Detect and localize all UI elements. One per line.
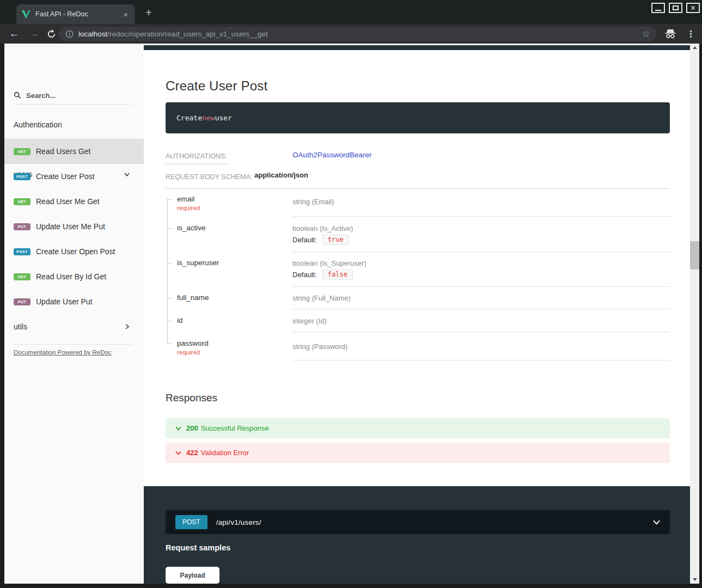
method-badge-get: GET	[14, 273, 30, 280]
reload-button[interactable]	[44, 24, 59, 44]
sidebar-op-create-user-post[interactable]: POST Create User Post	[4, 164, 144, 189]
default-value-chip: true	[322, 235, 349, 245]
previous-section-panel-edge	[144, 45, 690, 50]
request-body-schema-label: REQUEST BODY SCHEMA:	[166, 173, 252, 181]
method-badge-put: PUT	[14, 298, 30, 305]
window-close-button[interactable]: ×	[686, 3, 700, 13]
window-minimize-button[interactable]	[651, 3, 665, 13]
minimize-icon	[655, 10, 661, 11]
authorizations-link[interactable]: OAuth2PasswordBearer	[292, 151, 372, 159]
scrollbar-thumb[interactable]	[690, 241, 699, 270]
method-badge-post: POST	[14, 248, 30, 255]
method-badge-put: PUT	[14, 223, 30, 230]
browser-titlebar: Fast API - ReDoc × + ×	[0, 0, 702, 24]
request-samples-heading: Request samples	[166, 543, 230, 552]
bookmark-star-icon[interactable]: ☆	[642, 28, 650, 40]
chevron-down-icon	[653, 520, 660, 525]
reload-icon	[47, 29, 56, 39]
chevron-down-icon	[175, 426, 181, 431]
payload-tab[interactable]: Payload	[166, 567, 219, 584]
url-path: /redoc#operation/read_users_api_v1_users…	[107, 30, 267, 38]
sidebar-item-utils[interactable]: utils	[4, 314, 144, 339]
tab-title: Fast API - ReDoc	[35, 10, 121, 18]
sidebar-op-read-user-me-get[interactable]: GET Read User Me Get	[4, 189, 144, 214]
search-input[interactable]	[26, 91, 119, 100]
url-bar[interactable]: localhost/redoc#operation/read_users_api…	[59, 27, 657, 41]
back-button[interactable]: ←	[7, 24, 22, 44]
incognito-icon	[664, 29, 676, 39]
operation-description-code: Create new user	[166, 102, 670, 133]
sidebar-item-authentication[interactable]: Authentication	[4, 112, 144, 137]
method-badge-get: GET	[14, 198, 30, 205]
window-maximize-button[interactable]	[669, 3, 682, 13]
method-badge-post: POST	[14, 173, 30, 180]
browser-toolbar: ← → localhost/redoc#operation/read_users…	[0, 24, 702, 44]
tab-close-icon[interactable]: ×	[121, 10, 130, 19]
redoc-footer-link[interactable]: Documentation Powered by ReDoc	[14, 349, 112, 356]
new-tab-button[interactable]: +	[142, 6, 156, 20]
search-icon	[14, 91, 21, 99]
scroll-up-arrow[interactable]	[690, 44, 699, 52]
url-host: localhost	[78, 30, 107, 38]
sidebar-op-update-user-put[interactable]: PUT Update User Put	[4, 289, 144, 314]
scroll-down-arrow[interactable]	[690, 575, 699, 584]
responses-heading: Responses	[166, 392, 217, 404]
method-chip-post: POST	[175, 515, 207, 529]
forward-button[interactable]: →	[27, 24, 42, 44]
browser-menu-icon[interactable]: ⋮	[686, 28, 695, 40]
site-info-icon[interactable]	[65, 30, 74, 38]
close-icon: ×	[691, 5, 695, 11]
response-422-bar[interactable]: 422 Validation Error	[166, 443, 670, 463]
authorizations-label: AUTHORIZATIONS:	[166, 152, 227, 164]
sidebar-divider	[14, 344, 132, 345]
page-scrollbar[interactable]	[690, 44, 699, 584]
endpoint-dropdown[interactable]: POST /api/v1/users/	[166, 510, 670, 534]
sidebar-op-update-user-me-put[interactable]: PUT Update User Me Put	[4, 214, 144, 239]
favicon-v-icon	[22, 10, 30, 19]
response-200-bar[interactable]: 200 Successful Response	[166, 418, 670, 438]
code-highlight: new	[202, 114, 215, 122]
sidebar-op-create-user-open-post[interactable]: POST Create User Open Post	[4, 239, 144, 264]
sidebar-op-read-users-get[interactable]: GET Read Users Get	[4, 139, 144, 164]
operation-title: Create User Post	[166, 78, 267, 94]
request-body-schema-table: email required string (Email) is_active …	[166, 191, 670, 408]
method-badge-get: GET	[14, 148, 30, 155]
schema-tree-line	[167, 198, 168, 344]
default-value-chip: false	[322, 270, 353, 280]
redoc-sidebar: Authentication login users GET Read User…	[4, 44, 144, 584]
sidebar-op-read-user-by-id-get[interactable]: GET Read User By Id Get	[4, 264, 144, 289]
request-body-content-type: application/json	[254, 171, 308, 179]
main-content: Create User Post Create new user AUTHORI…	[144, 44, 690, 584]
chevron-down-icon	[175, 451, 181, 455]
endpoint-path: /api/v1/users/	[216, 518, 261, 526]
maximize-icon	[673, 5, 679, 10]
request-samples-panel: POST /api/v1/users/ Request samples Payl…	[144, 486, 690, 584]
chevron-right-icon	[124, 323, 130, 330]
browser-tab[interactable]: Fast API - ReDoc ×	[16, 4, 135, 24]
